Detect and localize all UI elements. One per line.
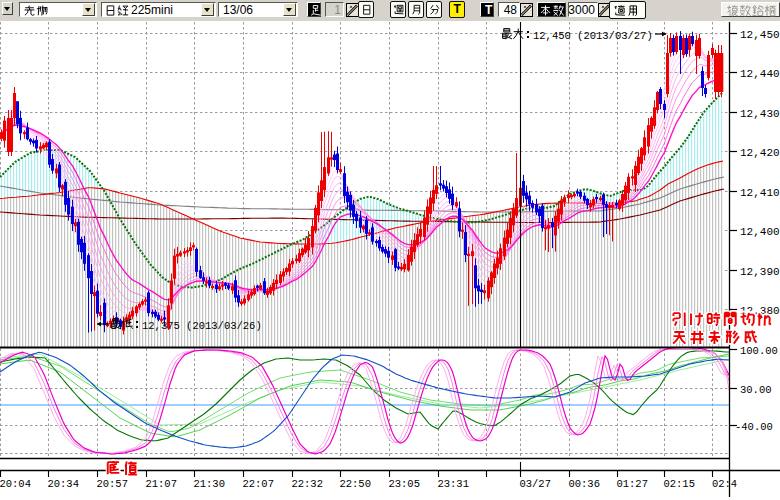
svg-text:21:30: 21:30 [193,478,225,490]
svg-text:03/27: 03/27 [519,478,551,490]
svg-text:-40.00: -40.00 [735,421,773,433]
svg-text:22:50: 22:50 [339,478,371,490]
svg-text:12,400: 12,400 [740,226,780,238]
svg-text:12,450: 12,450 [740,29,780,41]
svg-text:100.00: 100.00 [740,345,778,357]
svg-text:21:07: 21:07 [145,478,177,490]
svg-text:23:05: 23:05 [388,478,420,490]
svg-text:22:07: 22:07 [242,478,274,490]
svg-text:12,375 (2013/03/26): 12,375 (2013/03/26) [142,320,262,332]
svg-text:12,440: 12,440 [740,68,780,80]
svg-text:23:31: 23:31 [437,478,469,490]
svg-text:12,420: 12,420 [740,147,780,159]
svg-text:20:04: 20:04 [0,478,31,490]
svg-text:12,410: 12,410 [740,187,780,199]
svg-text:12,450 (2013/03/27): 12,450 (2013/03/27) [533,30,653,42]
svg-text:00:36: 00:36 [568,478,600,490]
svg-text:01:27: 01:27 [616,478,648,490]
svg-text:12,390: 12,390 [740,266,780,278]
svg-text:20:57: 20:57 [96,478,128,490]
svg-text:30.00: 30.00 [740,384,772,396]
svg-text:22:32: 22:32 [291,478,323,490]
svg-text:12,430: 12,430 [740,108,780,120]
svg-text:20:34: 20:34 [47,478,79,490]
svg-text:02:15: 02:15 [663,478,695,490]
svg-text:02:4: 02:4 [712,478,737,490]
